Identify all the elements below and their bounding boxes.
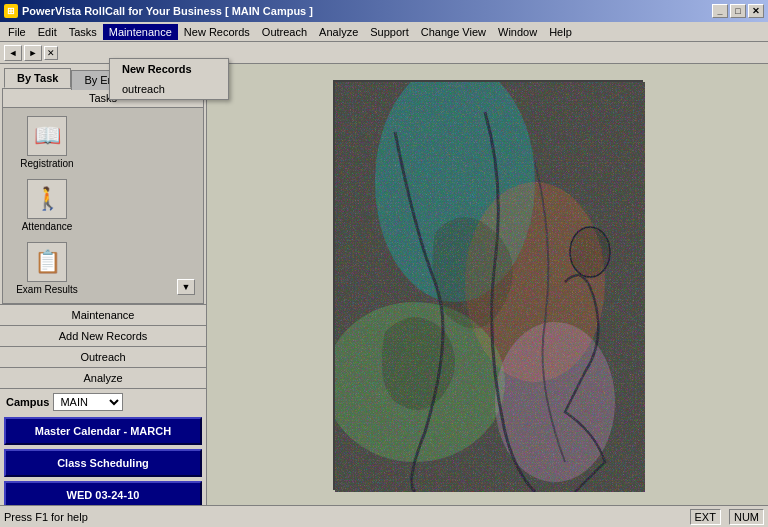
app-icon: ⊞ bbox=[4, 4, 18, 18]
menu-support[interactable]: Support bbox=[364, 24, 415, 40]
dropdown-menu: New Records outreach bbox=[109, 58, 229, 100]
book-icon: 📖 bbox=[34, 123, 61, 149]
menu-changeview[interactable]: Change View bbox=[415, 24, 492, 40]
close-button[interactable]: ✕ bbox=[748, 4, 764, 18]
tab-bytask[interactable]: By Task bbox=[4, 68, 71, 88]
nav-outreach[interactable]: Outreach bbox=[0, 346, 206, 367]
task-area: Tasks 📖 Registration 🚶 Attendance bbox=[2, 88, 204, 304]
toolbar-btn-2[interactable]: ► bbox=[24, 45, 42, 61]
nav-addnewrecords[interactable]: Add New Records bbox=[0, 325, 206, 346]
task-icon-registration[interactable]: 📖 Registration bbox=[7, 112, 87, 173]
status-bar: Press F1 for help EXT NUM bbox=[0, 505, 768, 527]
menu-bar: File Edit Tasks Maintenance New Records … bbox=[0, 22, 768, 42]
app-title: PowerVista RollCall for Your Business [ … bbox=[22, 5, 313, 17]
menu-window[interactable]: Window bbox=[492, 24, 543, 40]
task-icon-attendance[interactable]: 🚶 Attendance bbox=[7, 175, 87, 236]
menu-help[interactable]: Help bbox=[543, 24, 578, 40]
campus-label: Campus bbox=[6, 396, 49, 408]
menu-edit[interactable]: Edit bbox=[32, 24, 63, 40]
help-text: Press F1 for help bbox=[4, 511, 88, 523]
menu-file[interactable]: File bbox=[2, 24, 32, 40]
registration-label: Registration bbox=[20, 158, 73, 169]
status-indicators: EXT NUM bbox=[690, 509, 764, 525]
attendance-icon-box: 🚶 bbox=[27, 179, 67, 219]
art-svg bbox=[335, 82, 645, 492]
examresults-dropdown-btn[interactable]: ▼ bbox=[177, 279, 195, 295]
menu-newrecords[interactable]: New Records bbox=[178, 24, 256, 40]
side-nav: Maintenance Add New Records Outreach Ana… bbox=[0, 304, 206, 388]
toolbar-close-btn[interactable]: ✕ bbox=[44, 46, 58, 60]
dropdown-item-newrecords[interactable]: New Records bbox=[110, 59, 228, 79]
toolbar-btn-1[interactable]: ◄ bbox=[4, 45, 22, 61]
ext-indicator: EXT bbox=[690, 509, 721, 525]
menu-analyze[interactable]: Analyze bbox=[313, 24, 364, 40]
task-icon-examresults[interactable]: 📋 Exam Results bbox=[7, 238, 87, 299]
attendance-label: Attendance bbox=[22, 221, 73, 232]
task-icons-area: 📖 Registration 🚶 Attendance 📋 bbox=[3, 108, 203, 303]
master-calendar-button[interactable]: Master Calendar - MARCH bbox=[4, 417, 202, 445]
title-bar: ⊞ PowerVista RollCall for Your Business … bbox=[0, 0, 768, 22]
campus-select[interactable]: MAIN NORTH SOUTH EAST WEST bbox=[53, 393, 123, 411]
campus-section: Campus MAIN NORTH SOUTH EAST WEST bbox=[0, 388, 206, 415]
menu-tasks[interactable]: Tasks bbox=[63, 24, 103, 40]
num-indicator: NUM bbox=[729, 509, 764, 525]
menu-maintenance[interactable]: Maintenance bbox=[103, 24, 178, 40]
right-content bbox=[207, 64, 768, 505]
examresults-icon-box: 📋 bbox=[27, 242, 67, 282]
person-icon: 🚶 bbox=[34, 186, 61, 212]
examresults-label: Exam Results bbox=[16, 284, 78, 295]
document-icon: 📋 bbox=[34, 249, 61, 275]
svg-rect-7 bbox=[335, 82, 645, 492]
minimize-button[interactable]: _ bbox=[712, 4, 728, 18]
dropdown-item-outreach[interactable]: outreach bbox=[110, 79, 228, 99]
left-panel: By Task By Entity Tasks 📖 Registration 🚶 bbox=[0, 64, 207, 505]
maximize-button[interactable]: □ bbox=[730, 4, 746, 18]
class-scheduling-button[interactable]: Class Scheduling bbox=[4, 449, 202, 477]
menu-outreach[interactable]: Outreach bbox=[256, 24, 313, 40]
art-canvas bbox=[333, 80, 643, 490]
window-controls: _ □ ✕ bbox=[712, 4, 764, 18]
nav-analyze[interactable]: Analyze bbox=[0, 367, 206, 388]
registration-icon-box: 📖 bbox=[27, 116, 67, 156]
main-container: By Task By Entity Tasks 📖 Registration 🚶 bbox=[0, 64, 768, 505]
nav-maintenance[interactable]: Maintenance bbox=[0, 304, 206, 325]
